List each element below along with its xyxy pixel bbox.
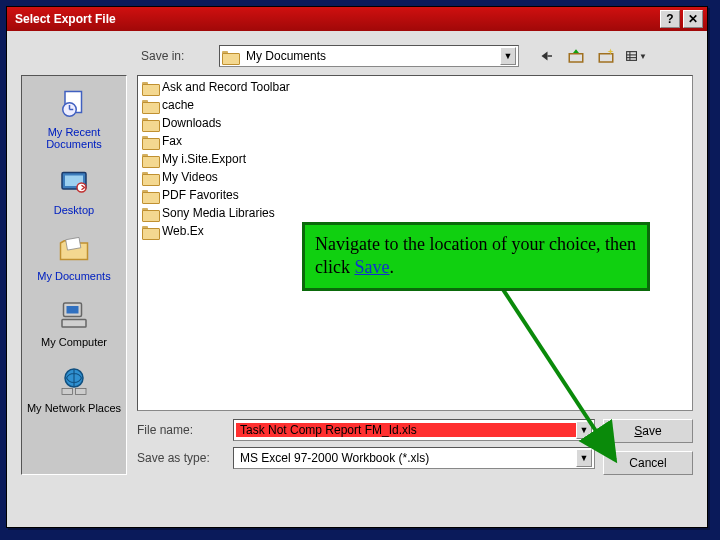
svg-rect-14 (66, 238, 81, 251)
callout-text-end: . (389, 257, 394, 277)
toolbar-buttons: ▼ (535, 45, 647, 67)
filename-combo[interactable]: Task Not Comp Report FM_Id.xls ▼ (233, 419, 595, 441)
save-button-rest: ave (642, 424, 661, 438)
chevron-down-icon: ▼ (639, 52, 647, 61)
places-bar: My Recent Documents Desktop My Documents (21, 75, 127, 475)
folder-name: My i.Site.Export (162, 152, 246, 166)
place-label: My Recent Documents (26, 126, 122, 150)
list-item[interactable]: My i.Site.Export (140, 150, 690, 168)
place-desktop[interactable]: Desktop (22, 158, 126, 224)
place-network-places[interactable]: My Network Places (22, 356, 126, 422)
cancel-button-label: Cancel (629, 456, 666, 470)
dialog-title: Select Export File (11, 12, 657, 26)
folder-icon (142, 224, 158, 238)
chevron-down-icon[interactable]: ▼ (576, 421, 592, 439)
svg-rect-16 (67, 306, 79, 314)
svg-rect-1 (569, 54, 583, 62)
svg-rect-2 (599, 54, 613, 62)
list-item[interactable]: Ask and Record Toolbar (140, 78, 690, 96)
cancel-button[interactable]: Cancel (603, 451, 693, 475)
recent-documents-icon (55, 86, 93, 124)
chevron-down-icon[interactable]: ▼ (576, 449, 592, 467)
folder-name: Ask and Record Toolbar (162, 80, 290, 94)
folder-icon (142, 170, 158, 184)
help-button[interactable]: ? (660, 10, 680, 28)
folder-icon (142, 206, 158, 220)
list-item[interactable]: Downloads (140, 114, 690, 132)
svg-rect-17 (62, 320, 86, 328)
close-button[interactable]: ✕ (683, 10, 703, 28)
back-button[interactable] (535, 45, 557, 67)
save-in-label: Save in: (141, 49, 211, 63)
folder-icon (142, 134, 158, 148)
svg-rect-3 (627, 52, 637, 61)
type-label: Save as type: (137, 451, 233, 465)
new-folder-button[interactable] (595, 45, 617, 67)
place-label: My Computer (41, 336, 107, 348)
save-in-combo[interactable]: My Documents ▼ (219, 45, 519, 67)
list-item[interactable]: Sony Media Libraries (140, 204, 690, 222)
list-item[interactable]: Fax (140, 132, 690, 150)
place-recent-documents[interactable]: My Recent Documents (22, 80, 126, 158)
up-one-level-button[interactable] (565, 45, 587, 67)
folder-name: Downloads (162, 116, 221, 130)
filename-row: File name: Task Not Comp Report FM_Id.xl… (137, 419, 595, 441)
field-column: File name: Task Not Comp Report FM_Id.xl… (137, 419, 595, 475)
my-computer-icon (55, 296, 93, 334)
svg-rect-19 (62, 389, 73, 395)
network-places-icon (55, 362, 93, 400)
place-my-documents[interactable]: My Documents (22, 224, 126, 290)
folder-name: Sony Media Libraries (162, 206, 275, 220)
folder-name: PDF Favorites (162, 188, 239, 202)
type-combo[interactable]: MS Excel 97-2000 Workbook (*.xls) ▼ (233, 447, 595, 469)
list-item[interactable]: My Videos (140, 168, 690, 186)
views-button[interactable]: ▼ (625, 45, 647, 67)
filename-label: File name: (137, 423, 233, 437)
filename-value: Task Not Comp Report FM_Id.xls (236, 423, 576, 437)
svg-rect-20 (76, 389, 87, 395)
folder-icon (142, 98, 158, 112)
folder-icon (222, 49, 238, 63)
folder-icon (142, 188, 158, 202)
save-button[interactable]: Save (603, 419, 693, 443)
my-documents-icon (55, 230, 93, 268)
save-in-value: My Documents (242, 49, 500, 63)
desktop-icon (55, 164, 93, 202)
save-in-row: Save in: My Documents ▼ ▼ (141, 45, 693, 67)
folder-icon (142, 152, 158, 166)
titlebar: Select Export File ? ✕ (7, 7, 707, 31)
chevron-down-icon[interactable]: ▼ (500, 47, 516, 65)
folder-name: My Videos (162, 170, 218, 184)
type-value: MS Excel 97-2000 Workbook (*.xls) (236, 451, 576, 465)
folder-name: Fax (162, 134, 182, 148)
button-column: Save Cancel (603, 419, 693, 475)
place-label: My Documents (37, 270, 110, 282)
place-my-computer[interactable]: My Computer (22, 290, 126, 356)
list-item[interactable]: cache (140, 96, 690, 114)
place-label: Desktop (54, 204, 94, 216)
folder-name: cache (162, 98, 194, 112)
bottom-rows: File name: Task Not Comp Report FM_Id.xl… (137, 419, 693, 475)
instruction-callout: Navigate to the location of your choice,… (302, 222, 650, 291)
callout-save-link: Save (354, 257, 389, 277)
place-label: My Network Places (27, 402, 121, 414)
type-row: Save as type: MS Excel 97-2000 Workbook … (137, 447, 595, 469)
folder-name: Web.Ex (162, 224, 204, 238)
svg-rect-0 (548, 55, 553, 57)
folder-icon (142, 80, 158, 94)
list-item[interactable]: PDF Favorites (140, 186, 690, 204)
folder-icon (142, 116, 158, 130)
